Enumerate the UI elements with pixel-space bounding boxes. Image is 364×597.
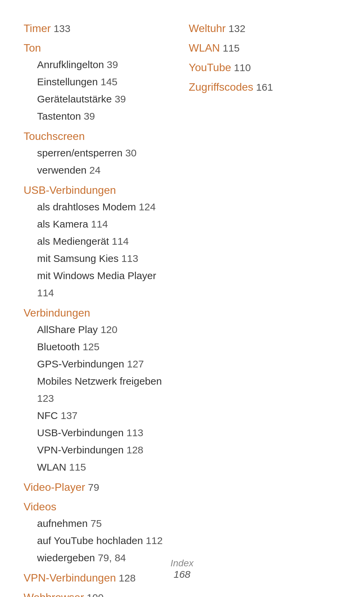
sub-entry: sperren/entsperren 30 (37, 144, 175, 161)
entry-heading-only: Ton (24, 40, 175, 56)
sub-entry: auf YouTube hochladen 112 (37, 532, 175, 549)
entry-heading: Verbindungen (24, 307, 90, 319)
sub-entry-page: 24 (89, 165, 100, 176)
sub-entry: Anrufklingelton 39 (37, 56, 175, 73)
sub-entry-page: 75 (90, 518, 101, 529)
sub-entry-page: 128 (126, 444, 143, 455)
index-entry: Timer 133 (24, 20, 175, 36)
sub-entry: Bluetooth 125 (37, 338, 175, 355)
sub-entry-text: mit Windows Media Player (37, 270, 156, 281)
entry-page: 132 (226, 23, 245, 34)
sub-entry-text: Anrufklingelton (37, 59, 104, 70)
sub-entry-text: VPN-Verbindungen (37, 444, 124, 455)
sub-entry-text: auf YouTube hochladen (37, 535, 143, 546)
sub-entry-text: aufnehmen (37, 518, 88, 529)
sub-entry: Einstellungen 145 (37, 73, 175, 90)
sub-entry: verwenden 24 (37, 161, 175, 179)
entry-heading: Touchscreen (24, 130, 85, 142)
index-entry: YouTube 110 (189, 59, 340, 76)
sub-entry-text: Mobiles Netzwerk freigeben (37, 376, 162, 387)
sub-entry-page: 125 (83, 341, 99, 352)
entry-heading-with-page: Weltuhr 132 (189, 20, 340, 36)
sub-entry-page: 114 (112, 236, 129, 247)
entry-heading-only: Verbindungen (24, 305, 175, 321)
sub-entry-text: Einstellungen (37, 76, 98, 87)
index-entry: TonAnrufklingelton 39Einstellungen 145Ge… (24, 40, 175, 125)
entry-heading-with-page: WLAN 115 (189, 40, 340, 56)
entry-heading-only: Videos (24, 499, 175, 515)
entry-heading: Video-Player (24, 481, 85, 493)
left-column: Timer 133TonAnrufklingelton 39Einstellun… (24, 20, 175, 597)
page-content: Timer 133TonAnrufklingelton 39Einstellun… (0, 0, 364, 597)
sub-entry: als drahtloses Modem 124 (37, 198, 175, 215)
sub-entry-text: verwenden (37, 165, 87, 176)
entry-page: 100 (84, 592, 103, 597)
sub-entry: WLAN 115 (37, 458, 175, 476)
sub-entry-text: Gerätelautstärke (37, 93, 112, 105)
sub-entry-page: 120 (100, 324, 117, 335)
index-entry: Videosaufnehmen 75auf YouTube hochladen … (24, 499, 175, 566)
index-entry: Webbrowser 100 (24, 589, 175, 597)
entry-heading-with-page: Webbrowser 100 (24, 589, 175, 597)
sub-entry: Tastenton 39 (37, 108, 175, 125)
sub-entry-text: sperren/entsperren (37, 147, 122, 158)
sub-entry-text: WLAN (37, 461, 66, 473)
sub-entry: GPS-Verbindungen 127 (37, 355, 175, 372)
footer-page: 168 (0, 569, 364, 580)
entry-heading: Timer (24, 22, 51, 34)
sub-entry: mit Samsung Kies 113 (37, 250, 175, 267)
entry-page: 115 (220, 42, 239, 54)
sub-entry-page: 124 (139, 201, 156, 212)
sub-entry-text: NFC (37, 410, 58, 421)
entry-heading: Ton (24, 42, 41, 54)
sub-entry-text: GPS-Verbindungen (37, 358, 124, 369)
sub-entry-text: USB-Verbindungen (37, 427, 124, 438)
sub-entry-page: 145 (100, 76, 117, 87)
sub-entry-page: 115 (69, 461, 86, 473)
sub-entry: als Kamera 114 (37, 215, 175, 233)
index-entry: Touchscreensperren/entsperren 30verwende… (24, 128, 175, 179)
sub-entry-text: mit Samsung Kies (37, 253, 119, 264)
sub-entry-text: Tastenton (37, 111, 81, 122)
sub-entries: sperren/entsperren 30verwenden 24 (24, 144, 175, 179)
sub-entry-page: 137 (61, 410, 78, 421)
sub-entry-page: 39 (107, 59, 118, 70)
index-entry: Weltuhr 132 (189, 20, 340, 36)
index-entry: Video-Player 79 (24, 479, 175, 495)
sub-entry-page: 113 (126, 427, 143, 438)
entry-heading: Weltuhr (189, 22, 226, 34)
sub-entry-page: 39 (115, 93, 126, 105)
entry-heading: USB-Verbindungen (24, 184, 116, 196)
entry-heading-with-page: YouTube 110 (189, 59, 340, 76)
sub-entry: NFC 137 (37, 407, 175, 424)
entry-heading-only: Touchscreen (24, 128, 175, 144)
index-entry: VerbindungenAllShare Play 120Bluetooth 1… (24, 305, 175, 476)
index-entry: USB-Verbindungenals drahtloses Modem 124… (24, 182, 175, 301)
entry-page: 110 (231, 62, 251, 73)
entry-heading-with-page: Timer 133 (24, 20, 175, 36)
sub-entry: AllShare Play 120 (37, 321, 175, 338)
sub-entry: Gerätelautstärke 39 (37, 90, 175, 108)
entry-page: 133 (51, 23, 70, 34)
sub-entry-page: 123 (37, 393, 54, 404)
entry-heading: Zugriffscodes (189, 81, 253, 93)
sub-entry-page: 127 (127, 358, 144, 369)
sub-entry-text: als Mediengerät (37, 236, 109, 247)
sub-entry: USB-Verbindungen 113 (37, 424, 175, 441)
sub-entry-page: 114 (91, 218, 108, 230)
right-column: Weltuhr 132WLAN 115YouTube 110Zugriffsco… (189, 20, 340, 597)
sub-entry: aufnehmen 75 (37, 515, 175, 532)
sub-entry-page: 112 (146, 535, 163, 546)
sub-entry-page: 113 (121, 253, 138, 264)
sub-entry: mit Windows Media Player 114 (37, 267, 175, 301)
sub-entry-text: als Kamera (37, 218, 88, 230)
footer-label: Index (0, 558, 364, 569)
entry-heading: WLAN (189, 42, 220, 54)
index-entry: Zugriffscodes 161 (189, 79, 340, 95)
entry-heading: Webbrowser (24, 591, 84, 597)
sub-entries: als drahtloses Modem 124als Kamera 114al… (24, 198, 175, 301)
sub-entry-text: AllShare Play (37, 324, 98, 335)
entry-heading-only: USB-Verbindungen (24, 182, 175, 198)
sub-entry: als Mediengerät 114 (37, 233, 175, 250)
entry-heading: Videos (24, 501, 56, 513)
